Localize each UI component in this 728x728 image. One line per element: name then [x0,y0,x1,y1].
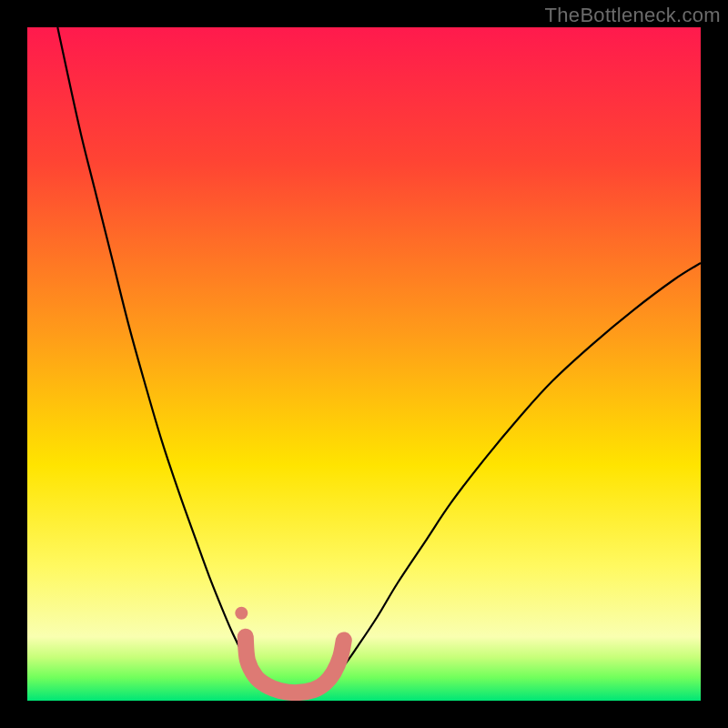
bottleneck-chart [27,27,701,701]
watermark-text: TheBottleneck.com [545,4,721,27]
marker-layer [235,607,248,620]
marker-dot [235,607,248,620]
chart-frame [27,27,701,701]
gradient-background [27,27,701,701]
